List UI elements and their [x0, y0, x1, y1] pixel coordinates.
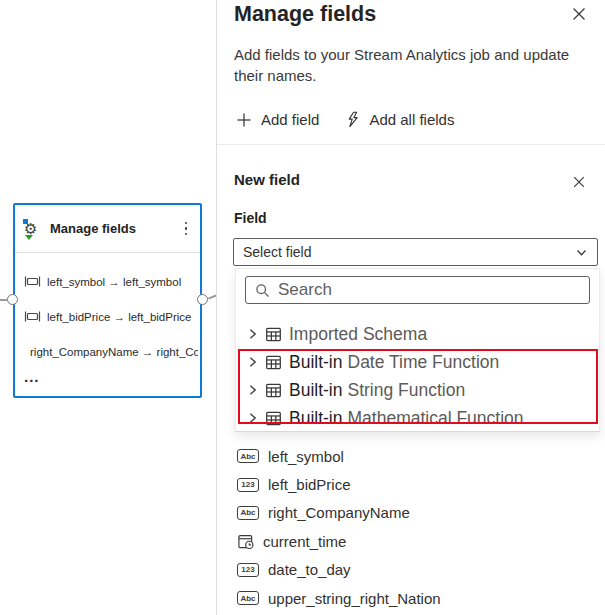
option-text: Built-inMathematical Function: [289, 408, 524, 429]
dropdown-option-imported-schema[interactable]: Imported Schema: [236, 320, 599, 348]
field-row[interactable]: Abc upper_string_right_Nation: [237, 584, 441, 612]
close-icon: [572, 175, 586, 189]
section-divider: [217, 144, 605, 145]
table-icon: [265, 410, 282, 427]
field-row[interactable]: current_time: [237, 527, 441, 555]
field-row[interactable]: 123 date_to_day: [237, 556, 441, 584]
field-label: Field: [234, 210, 267, 226]
option-label: Mathematical Function: [348, 408, 524, 428]
panel-close-button[interactable]: [569, 4, 589, 24]
table-icon: [265, 354, 282, 371]
field-mapping-row: left_symbol → left_symbol: [24, 264, 198, 299]
number-type-icon: 123: [237, 478, 259, 492]
panel-title: Manage fields: [234, 2, 376, 27]
field-name: date_to_day: [268, 561, 351, 578]
dropdown-option-math-functions[interactable]: Built-inMathematical Function: [236, 404, 599, 432]
option-label: Date Time Function: [348, 352, 500, 372]
select-value: Select field: [243, 244, 311, 260]
add-all-fields-button[interactable]: Add all fields: [345, 111, 454, 128]
field-name: upper_string_right_Nation: [268, 590, 441, 607]
connector-line-left: [0, 299, 7, 301]
option-text: Built-inDate Time Function: [289, 352, 499, 373]
add-field-button[interactable]: Add field: [236, 111, 319, 128]
field-row[interactable]: Abc left_symbol: [237, 442, 441, 470]
dropdown-option-string-functions[interactable]: Built-inString Function: [236, 376, 599, 404]
field-row[interactable]: 123 left_bidPrice: [237, 470, 441, 498]
output-port[interactable]: [197, 294, 208, 305]
option-prefix: Built-in: [289, 408, 343, 428]
lightning-icon: [345, 111, 360, 128]
search-box[interactable]: [245, 276, 590, 304]
panel-description: Add fields to your Stream Analytics job …: [234, 44, 579, 86]
chevron-down-icon: [575, 246, 588, 259]
field-name: current_time: [263, 533, 346, 550]
more-fields-ellipsis: ...: [24, 372, 198, 382]
fields-list: Abc left_symbol 123 left_bidPrice Abc ri…: [237, 442, 441, 612]
manage-fields-gear-icon: ⚙: [24, 220, 42, 238]
field-mapping-row: right_CompanyName → right_CompanyName: [24, 334, 198, 369]
node-title: Manage fields: [50, 221, 173, 236]
plus-icon: [236, 112, 252, 128]
close-icon: [571, 6, 587, 22]
mapping-text: left_bidPrice → left_bidPrice: [47, 311, 191, 323]
option-label: Imported Schema: [289, 324, 427, 344]
field-name: right_CompanyName: [268, 504, 410, 521]
add-all-fields-label: Add all fields: [369, 111, 454, 128]
node-header: ⚙ Manage fields: [15, 205, 200, 252]
field-name: left_symbol: [268, 448, 344, 465]
chevron-right-icon: [247, 384, 258, 396]
search-input[interactable]: [278, 280, 580, 300]
field-row[interactable]: Abc right_CompanyName: [237, 499, 441, 527]
option-label: String Function: [348, 380, 466, 400]
mapping-text: left_symbol → left_symbol: [47, 276, 181, 288]
toolbar: Add field Add all fields: [236, 111, 454, 128]
field-mapping-icon: [24, 276, 41, 287]
table-icon: [265, 326, 282, 343]
option-prefix: Built-in: [289, 352, 343, 372]
node-mapping-list: left_symbol → left_symbol left_bidPrice …: [15, 253, 200, 382]
search-icon: [255, 283, 270, 298]
stream-analytics-editor: ⚙ Manage fields left_symbol → left_symbo…: [0, 0, 605, 615]
table-icon: [265, 382, 282, 399]
manage-fields-panel: Manage fields Add fields to your Stream …: [216, 0, 605, 615]
field-select[interactable]: Select field: [233, 238, 598, 266]
new-field-close-button[interactable]: [570, 173, 588, 191]
field-mapping-row: left_bidPrice → left_bidPrice: [24, 299, 198, 334]
chevron-right-icon: [247, 412, 258, 424]
option-prefix: Built-in: [289, 380, 343, 400]
field-name: left_bidPrice: [268, 476, 351, 493]
more-options-icon[interactable]: [181, 218, 192, 239]
number-type-icon: 123: [237, 563, 259, 577]
field-mapping-icon: [24, 311, 41, 322]
manage-fields-node[interactable]: ⚙ Manage fields left_symbol → left_symbo…: [13, 203, 202, 398]
string-type-icon: Abc: [237, 506, 259, 520]
new-field-title: New field: [234, 171, 300, 188]
dropdown-option-datetime-functions[interactable]: Built-inDate Time Function: [236, 348, 599, 376]
chevron-right-icon: [247, 356, 258, 368]
option-text: Built-inString Function: [289, 380, 465, 401]
mapping-text: right_CompanyName → right_CompanyName: [30, 346, 198, 358]
add-field-label: Add field: [261, 111, 319, 128]
chevron-right-icon: [247, 328, 258, 340]
field-dropdown: Imported Schema Built-inDate Time Functi…: [235, 268, 600, 432]
input-port[interactable]: [7, 294, 18, 305]
string-type-icon: Abc: [237, 591, 259, 605]
string-type-icon: Abc: [237, 449, 259, 463]
datetime-type-icon: [237, 533, 254, 550]
option-text: Imported Schema: [289, 324, 427, 345]
